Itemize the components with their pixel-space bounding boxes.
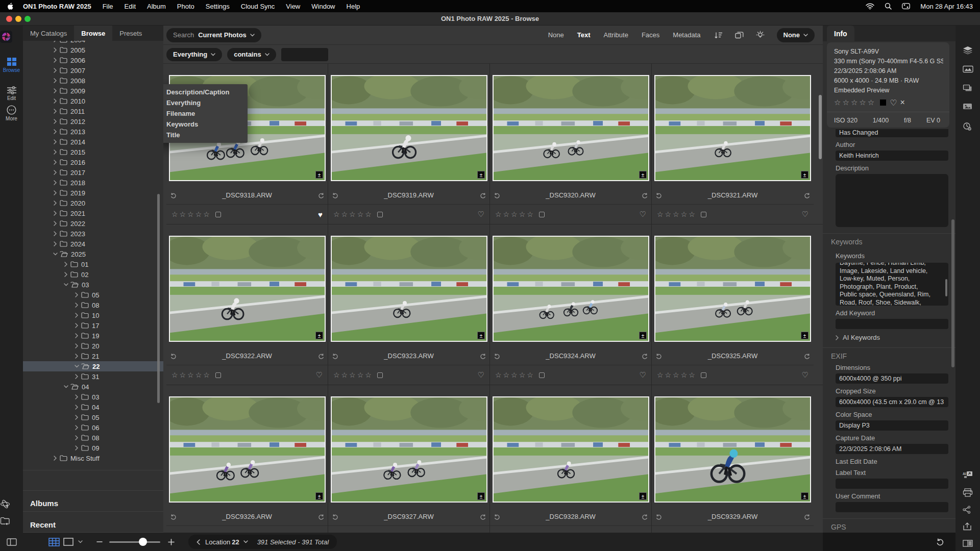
tree-item-2023[interactable]: 2023 bbox=[23, 229, 163, 239]
recent-section-header[interactable]: Recent bbox=[30, 520, 56, 529]
tree-item-21[interactable]: 21 bbox=[23, 351, 163, 361]
tree-item-08[interactable]: 08 bbox=[23, 433, 163, 443]
heart-outline-icon[interactable]: ♡ bbox=[478, 210, 484, 219]
back-chevron-icon[interactable] bbox=[197, 539, 200, 545]
chevron-right-icon[interactable] bbox=[52, 129, 59, 134]
rotate-right-icon[interactable] bbox=[800, 353, 814, 359]
tree-item-2015[interactable]: 2015 bbox=[23, 147, 163, 157]
tree-item-2008[interactable]: 2008 bbox=[23, 76, 163, 86]
sidebar-tab-presets[interactable]: Presets bbox=[112, 26, 149, 41]
ai-resize-icon[interactable]: AI bbox=[963, 470, 973, 479]
chevron-right-icon[interactable] bbox=[52, 211, 59, 216]
chevron-right-icon[interactable] bbox=[52, 109, 59, 114]
chevron-right-icon[interactable] bbox=[52, 41, 59, 42]
capture-date-field[interactable]: 22/3/2025 2:08:06 AM bbox=[836, 444, 948, 454]
filter-presets-icon[interactable] bbox=[735, 32, 744, 39]
rotate-left-icon[interactable] bbox=[328, 192, 341, 198]
heart-filled-icon[interactable]: ♥ bbox=[318, 210, 323, 219]
photo-panel-icon[interactable] bbox=[963, 65, 973, 73]
heart-outline-icon[interactable]: ♡ bbox=[640, 210, 646, 219]
field-menu-item-title[interactable]: Title bbox=[163, 130, 248, 140]
chevron-right-icon[interactable] bbox=[52, 98, 59, 104]
grid-view-button[interactable] bbox=[48, 538, 60, 546]
chevron-right-icon[interactable] bbox=[52, 88, 59, 93]
lightbulb-icon[interactable] bbox=[756, 31, 765, 39]
chevron-right-icon[interactable] bbox=[52, 78, 59, 83]
apple-menu-icon[interactable] bbox=[7, 3, 14, 10]
chevron-down-icon[interactable] bbox=[62, 385, 69, 388]
rotate-left-icon[interactable] bbox=[166, 192, 180, 198]
tree-item-2013[interactable]: 2013 bbox=[23, 127, 163, 137]
chevron-right-icon[interactable] bbox=[73, 343, 80, 348]
photo-thumbnail[interactable]: ± bbox=[493, 236, 649, 342]
star-rating[interactable]: ☆☆☆☆☆ bbox=[333, 371, 373, 379]
grid-scrollbar[interactable] bbox=[819, 95, 822, 159]
rail-browse-button[interactable]: Browse bbox=[0, 57, 23, 73]
menubar-item-window[interactable]: Window bbox=[311, 3, 335, 10]
tree-item-02[interactable]: 02 bbox=[23, 269, 163, 280]
chevron-right-icon[interactable] bbox=[52, 139, 59, 144]
filter-tab-metadata[interactable]: Metadata bbox=[673, 31, 700, 39]
albums-section-header[interactable]: Albums bbox=[30, 499, 58, 508]
tree-item-19[interactable]: 19 bbox=[23, 331, 163, 341]
chevron-right-icon[interactable] bbox=[52, 47, 59, 53]
chevron-right-icon[interactable] bbox=[62, 272, 69, 277]
copies-panel-icon[interactable] bbox=[963, 84, 972, 92]
tree-item-2005[interactable]: 2005 bbox=[23, 45, 163, 55]
tree-item-2025[interactable]: 2025 bbox=[23, 249, 163, 259]
sort-icon[interactable] bbox=[714, 32, 723, 39]
wifi-icon[interactable] bbox=[866, 3, 874, 10]
photo-thumbnail[interactable]: ± bbox=[331, 236, 487, 342]
chevron-right-icon[interactable] bbox=[73, 354, 80, 359]
chevron-right-icon[interactable] bbox=[52, 201, 59, 206]
chevron-right-icon[interactable] bbox=[73, 333, 80, 338]
tree-item-03[interactable]: 03 bbox=[23, 280, 163, 290]
tree-item-31[interactable]: 31 bbox=[23, 371, 163, 382]
tree-item-22[interactable]: 22 bbox=[23, 361, 163, 371]
search-scope-dropdown[interactable]: Search Current Photos bbox=[166, 28, 261, 42]
chevron-right-icon[interactable] bbox=[73, 394, 80, 399]
location-breadcrumb[interactable]: Location 22 391 Selected - 391 Total bbox=[188, 535, 337, 549]
chevron-right-icon[interactable] bbox=[73, 425, 80, 430]
chevron-right-icon[interactable] bbox=[73, 303, 80, 308]
print-icon[interactable] bbox=[963, 488, 973, 497]
preview-panel-icon[interactable] bbox=[963, 103, 972, 110]
sidebar-scrollbar[interactable] bbox=[157, 194, 160, 403]
star-rating[interactable]: ☆☆☆☆☆ bbox=[657, 371, 697, 379]
thumbnail-size-slider[interactable] bbox=[109, 541, 160, 543]
tree-item-2012[interactable]: 2012 bbox=[23, 116, 163, 127]
exif-section-header[interactable]: EXIF bbox=[831, 352, 955, 360]
rotate-left-icon[interactable] bbox=[166, 353, 180, 359]
tree-item-2022[interactable]: 2022 bbox=[23, 218, 163, 229]
rotate-right-icon[interactable] bbox=[314, 192, 328, 198]
star-rating[interactable]: ☆☆☆☆☆ bbox=[172, 371, 211, 379]
rotate-left-icon[interactable] bbox=[328, 353, 341, 359]
tree-item-2010[interactable]: 2010 bbox=[23, 96, 163, 106]
menubar-item-help[interactable]: Help bbox=[347, 3, 360, 10]
spotlight-search-icon[interactable] bbox=[885, 3, 892, 10]
tree-item-10[interactable]: 10 bbox=[23, 310, 163, 320]
chevron-right-icon[interactable] bbox=[52, 180, 59, 185]
ai-keywords-disclosure[interactable]: AI Keywords bbox=[836, 334, 955, 341]
description-field[interactable] bbox=[836, 174, 948, 227]
tree-item-2014[interactable]: 2014 bbox=[23, 137, 163, 147]
photo-thumbnail[interactable]: ± bbox=[654, 396, 811, 503]
photo-thumbnail[interactable]: ± bbox=[331, 396, 487, 503]
chevron-right-icon[interactable] bbox=[52, 170, 59, 175]
menubar-item-edit[interactable]: Edit bbox=[125, 3, 136, 10]
cloud-sync-button[interactable] bbox=[0, 499, 23, 509]
tree-item-2011[interactable]: 2011 bbox=[23, 106, 163, 116]
menubar-item-cloud-sync[interactable]: Cloud Sync bbox=[241, 3, 275, 10]
color-label-swatch[interactable] bbox=[880, 99, 886, 106]
control-center-icon[interactable] bbox=[902, 3, 910, 9]
label-checkbox[interactable] bbox=[215, 372, 221, 378]
chevron-right-icon[interactable] bbox=[52, 58, 59, 63]
label-checkbox[interactable] bbox=[701, 212, 706, 217]
menubar-item-album[interactable]: Album bbox=[147, 3, 166, 10]
toggle-sidebar-icon[interactable] bbox=[7, 538, 17, 546]
label-checkbox[interactable] bbox=[539, 372, 545, 378]
chevron-right-icon[interactable] bbox=[73, 292, 80, 297]
share-icon[interactable] bbox=[963, 506, 971, 514]
heart-outline-icon[interactable]: ♡ bbox=[478, 370, 484, 380]
gps-section-header[interactable]: GPS bbox=[831, 523, 955, 531]
